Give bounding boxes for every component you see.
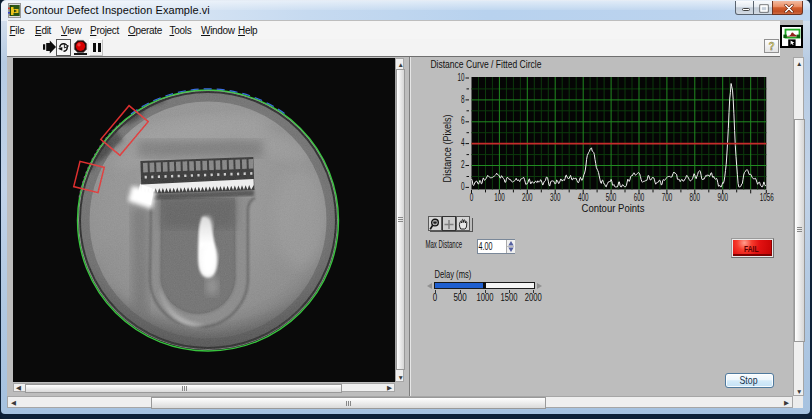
svg-text:2000: 2000 [525,292,542,303]
svg-text:500: 500 [453,292,467,303]
svg-text:?: ? [768,41,774,52]
svg-text:Delay (ms): Delay (ms) [435,269,472,280]
svg-text:Max Distance: Max Distance [426,239,463,250]
svg-text:1500: 1500 [501,292,518,303]
svg-text:Stop: Stop [740,374,758,386]
svg-text:0: 0 [433,292,438,303]
svg-text:FAIL: FAIL [744,244,759,254]
svg-text:Distance Curve / Fitted Circle: Distance Curve / Fitted Circle [430,59,541,70]
svg-text:1000: 1000 [477,292,494,303]
svg-text:4.00: 4.00 [479,240,493,252]
